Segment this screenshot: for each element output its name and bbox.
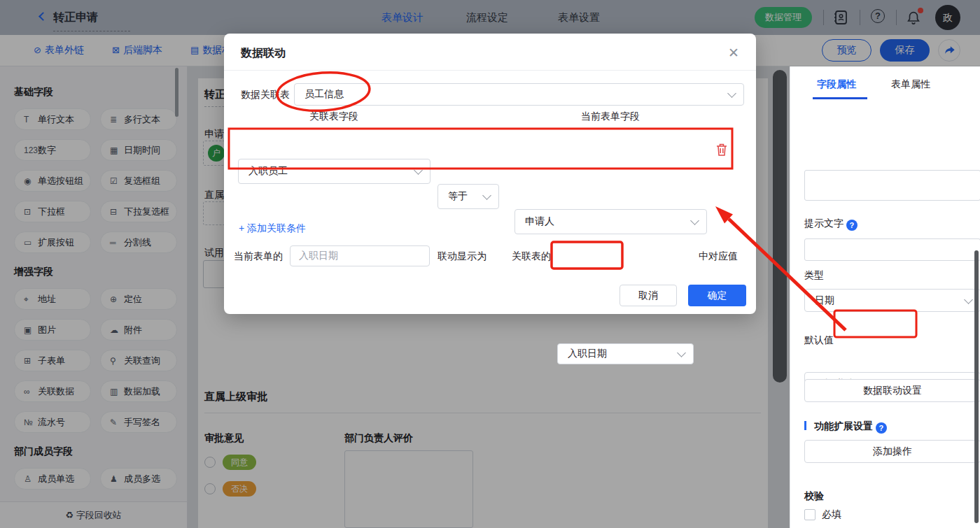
validate-label: 校验 bbox=[804, 490, 824, 503]
section-accent-bar bbox=[804, 421, 806, 430]
required-checkbox[interactable] bbox=[804, 509, 816, 520]
rel-field-value: 入职员工 bbox=[248, 165, 288, 178]
column-header-rel-field: 关联表字段 bbox=[309, 110, 358, 123]
column-header-cur-field: 当前表单字段 bbox=[581, 110, 640, 123]
data-linkage-modal: 数据联动 ✕ 数据关联表 员工信息 关联表字段 当前表单字段 入职员工 等于 申… bbox=[224, 34, 756, 314]
form-designer-app: 转正申请 表单设计 流程设定 表单设置 数据管理 ? 政 ⊘表单外链 ⊠后端脚本… bbox=[0, 0, 980, 528]
properties-panel: 字段属性 表单属性 提示文字 ? 类型 日期 默认值 数据联动 数据联动设置 功… bbox=[790, 66, 980, 528]
link-table-label: 数据关联表 bbox=[241, 89, 290, 101]
tab-field-properties[interactable]: 字段属性 bbox=[817, 78, 856, 91]
confirm-button[interactable]: 确定 bbox=[688, 285, 746, 306]
bottom-prefix-label: 当前表单的 bbox=[234, 250, 283, 263]
operator-value: 等于 bbox=[448, 190, 468, 203]
operator-select[interactable]: 等于 bbox=[438, 184, 499, 209]
cur-field-select[interactable]: 申请人 bbox=[514, 209, 707, 234]
ext-settings-section: 功能扩展设置 ? bbox=[804, 420, 887, 434]
current-field-value: 入职日期 bbox=[299, 250, 338, 262]
cur-field-value: 申请人 bbox=[525, 215, 554, 228]
field-name-box[interactable] bbox=[804, 170, 980, 201]
required-checkbox-row: 必填 bbox=[804, 508, 841, 521]
plus-icon: + bbox=[239, 222, 244, 234]
cancel-button[interactable]: 取消 bbox=[620, 285, 677, 306]
link-table-select[interactable]: 员工信息 bbox=[294, 83, 744, 106]
panel-scrollbar[interactable] bbox=[974, 250, 979, 523]
add-action-button[interactable]: 添加操作 bbox=[804, 440, 980, 463]
data-linkage-settings-button[interactable]: 数据联动设置 bbox=[804, 379, 980, 402]
linkage-display-label: 联动显示为 bbox=[438, 250, 486, 263]
modal-header-divider bbox=[224, 70, 756, 71]
rel-display-field-value: 入职日期 bbox=[568, 348, 607, 360]
type-label: 类型 bbox=[804, 269, 824, 282]
rel-display-field-select[interactable]: 入职日期 bbox=[557, 343, 694, 364]
modal-close-icon[interactable]: ✕ bbox=[725, 45, 742, 62]
delete-condition-icon[interactable] bbox=[715, 143, 728, 157]
type-value: 日期 bbox=[815, 294, 834, 307]
default-value-label: 默认值 bbox=[804, 334, 834, 347]
required-label: 必填 bbox=[822, 508, 841, 521]
ext-help-icon[interactable]: ? bbox=[876, 422, 887, 434]
suffix-label: 中对应值 bbox=[699, 250, 738, 263]
tab-form-properties[interactable]: 表单属性 bbox=[891, 78, 930, 91]
hint-text-input[interactable] bbox=[804, 238, 980, 261]
add-condition-link[interactable]: + 添加关联条件 bbox=[239, 222, 306, 235]
active-tab-underline bbox=[813, 97, 867, 99]
hint-help-icon[interactable]: ? bbox=[846, 220, 858, 231]
type-select[interactable]: 日期 bbox=[804, 289, 980, 312]
rel-field-select[interactable]: 入职员工 bbox=[238, 159, 430, 184]
modal-title: 数据联动 bbox=[241, 46, 286, 61]
current-field-input[interactable]: 入职日期 bbox=[290, 245, 430, 266]
rel-table-label: 关联表的 bbox=[512, 250, 551, 263]
link-table-value: 员工信息 bbox=[304, 88, 344, 101]
hint-text-label: 提示文字 ? bbox=[804, 217, 858, 231]
